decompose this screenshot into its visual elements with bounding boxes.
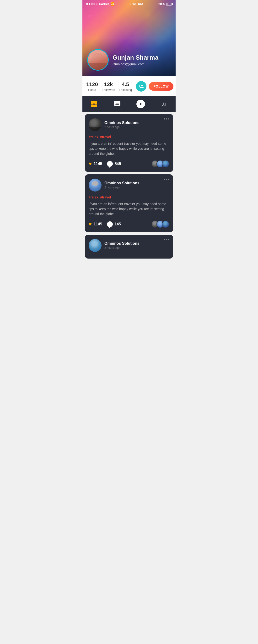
signal-dot-2 [89, 3, 90, 5]
grid-cell-2 [94, 101, 97, 104]
like-action-2[interactable]: ♥ 1145 [89, 221, 102, 227]
more-dot [164, 179, 165, 180]
post-avatar-image-1 [89, 118, 101, 131]
post-reaction-avatars-2 [151, 220, 169, 228]
more-dot [166, 179, 167, 180]
post-text-2: If you are an infrequent traveler you ma… [89, 202, 169, 216]
avatar-image [88, 50, 108, 70]
post-author-name-3: Omninos Solutions [104, 242, 140, 246]
carrier-label: Carrier [99, 2, 109, 6]
like-count-1: 1145 [94, 162, 102, 166]
back-button[interactable]: ← [87, 12, 93, 19]
stat-following: 4.5 Following [119, 81, 132, 92]
more-dot [166, 118, 167, 120]
comment-action-2[interactable]: 145 [107, 221, 121, 227]
post-avatar-image-2 [89, 179, 101, 192]
post-header-2: Omninos Solutions 2 hours ago [89, 179, 169, 192]
post-time-3: 2 hours ago [104, 246, 140, 250]
post-author-3: Omninos Solutions 2 hours ago [89, 239, 140, 252]
post-text-1: If you are an infrequent traveler you ma… [89, 141, 169, 156]
tab-media[interactable] [106, 100, 129, 108]
tab-video[interactable] [129, 100, 152, 108]
comment-action-1[interactable]: 545 [107, 161, 121, 167]
followers-count: 12k [104, 81, 113, 88]
post-author-info-3: Omninos Solutions 2 hours ago [104, 242, 140, 250]
post-avatar-2 [89, 179, 101, 192]
music-icon: ♫ [162, 100, 167, 108]
follow-icons: FOLLOW [136, 81, 174, 92]
post-tags-2: #relex, #travel [89, 195, 169, 199]
comment-icon-2 [107, 221, 113, 227]
wifi-icon: 📶 [111, 2, 114, 6]
grid-cell-1 [91, 101, 94, 104]
media-icon [114, 100, 121, 108]
posts-count: 1120 [86, 81, 98, 88]
status-left: Carrier 📶 [86, 2, 114, 6]
like-count-2: 1145 [94, 222, 102, 226]
comment-count-2: 145 [115, 222, 121, 226]
signal-dot-4 [93, 3, 95, 5]
battery-fill [167, 3, 168, 5]
signal-dot-3 [91, 3, 93, 5]
follow-button[interactable]: FOLLOW [149, 82, 174, 91]
hero-info: Gunjan Sharma Omninos@gmail.com [112, 54, 158, 66]
heart-icon-1: ♥ [89, 161, 92, 167]
more-dot [164, 239, 165, 240]
post-author-name-1: Omninos Solutions [104, 121, 140, 125]
battery-percent: 20% [158, 2, 165, 6]
avatar [87, 49, 109, 70]
grid-cell-3 [91, 104, 94, 107]
post-more-button-1[interactable] [164, 118, 169, 120]
post-author-2: Omninos Solutions 2 hours ago [89, 179, 140, 192]
posts-container: Omninos Solutions 2 hours ago #relex, #t… [82, 112, 176, 261]
post-author-info-2: Omninos Solutions 2 hours ago [104, 181, 140, 189]
more-dot [168, 118, 169, 120]
more-dot [168, 179, 169, 180]
heart-icon-2: ♥ [89, 221, 92, 227]
post-footer-2: ♥ 1145 145 [89, 220, 169, 228]
post-reaction-avatars-1 [151, 160, 169, 168]
like-action-1[interactable]: ♥ 1145 [89, 161, 102, 167]
profile-name: Gunjan Sharma [112, 54, 158, 61]
add-friend-button[interactable] [136, 81, 147, 92]
status-right: 20% [158, 2, 172, 6]
post-card-1: Omninos Solutions 2 hours ago #relex, #t… [85, 114, 173, 172]
post-footer-1: ♥ 1145 545 [89, 160, 169, 168]
play-icon [137, 100, 145, 108]
post-avatar-1 [89, 118, 101, 131]
signal-dot-1 [86, 3, 88, 5]
stat-followers: 12k Followers [102, 81, 115, 92]
tab-grid[interactable] [82, 100, 106, 108]
hero-section: Carrier 📶 9:41 AM 20% ← Gunjan Sharma Om… [82, 0, 176, 76]
posts-label: Posts [88, 88, 96, 92]
more-dot [166, 239, 167, 240]
following-label: Following [119, 88, 132, 92]
grid-icon [91, 101, 97, 107]
post-more-button-2[interactable] [164, 179, 169, 180]
person-add-icon [139, 84, 144, 89]
post-header-1: Omninos Solutions 2 hours ago [89, 118, 169, 131]
hero-content: Gunjan Sharma Omninos@gmail.com [87, 49, 158, 70]
tab-bar: ♫ [82, 96, 176, 112]
post-author-1: Omninos Solutions 2 hours ago [89, 118, 140, 131]
post-author-name-2: Omninos Solutions [104, 181, 140, 185]
post-header-3: Omninos Solutions 2 hours ago [89, 239, 169, 252]
following-count: 4.5 [122, 81, 129, 88]
post-time-2: 2 hours ago [104, 186, 140, 189]
post-more-button-3[interactable] [164, 239, 169, 240]
post-card-3: Omninos Solutions 2 hours ago [85, 235, 173, 258]
tab-music[interactable]: ♫ [152, 100, 176, 108]
comment-count-1: 545 [115, 162, 121, 166]
post-tags-1: #relex, #travel [89, 135, 169, 139]
followers-label: Followers [102, 88, 115, 92]
signal-dot-5 [96, 3, 97, 5]
stats-bar: 1120 Posts 12k Followers 4.5 Following F… [82, 76, 176, 96]
stat-posts: 1120 Posts [86, 81, 98, 92]
status-time: 9:41 AM [130, 2, 143, 6]
signal-dots [86, 3, 97, 5]
reaction-avatar-3 [162, 160, 169, 168]
post-time-1: 2 hours ago [104, 126, 140, 129]
post-author-info-1: Omninos Solutions 2 hours ago [104, 121, 140, 129]
more-dot [164, 118, 165, 120]
profile-email: Omninos@gmail.com [112, 62, 158, 66]
